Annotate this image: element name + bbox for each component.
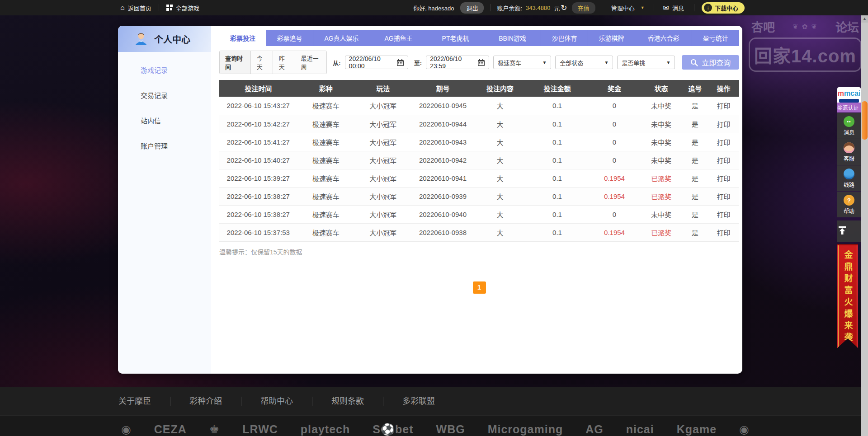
query-button[interactable]: 立即查询 bbox=[682, 55, 739, 70]
table-cell: 20220610-0945 bbox=[412, 97, 474, 115]
table-cell: 大小冠军 bbox=[354, 223, 412, 241]
table-cell: 0.1 bbox=[526, 97, 589, 115]
table-cell: 20220610-0944 bbox=[412, 115, 474, 133]
mcai-logo: mmcaimcai bbox=[837, 89, 861, 98]
chat-icon: •• bbox=[844, 116, 854, 127]
back-home-link[interactable]: ⌂ 返回首页 bbox=[113, 0, 159, 15]
tool-线路[interactable]: 线路 bbox=[837, 165, 861, 191]
tool-消息[interactable]: ••消息 bbox=[837, 113, 861, 139]
tab-盈亏统计[interactable]: 盈亏统计 bbox=[692, 30, 739, 46]
quick-filter-yesterday[interactable]: 昨天 bbox=[273, 51, 295, 74]
toolbar-items: ••消息客服线路?帮助 bbox=[837, 113, 861, 217]
partner-logo: Microgaming bbox=[488, 423, 563, 436]
print-button[interactable]: 打印 bbox=[708, 205, 739, 223]
table-cell: 20220610-0943 bbox=[412, 133, 474, 151]
footer-link-帮助中心[interactable]: 帮助中心 bbox=[241, 397, 312, 406]
footer-link-彩种介绍[interactable]: 彩种介绍 bbox=[170, 397, 241, 406]
print-button[interactable]: 打印 bbox=[708, 97, 739, 115]
print-button[interactable]: 打印 bbox=[708, 115, 739, 133]
table-cell: 未中奖 bbox=[641, 205, 682, 223]
table-body: 2022-06-10 15:43:27极速赛车大小冠军20220610-0945… bbox=[219, 97, 739, 241]
sidebar-item[interactable]: 交易记录 bbox=[118, 89, 211, 114]
partner-logo: CEZA bbox=[154, 423, 187, 436]
table-row: 2022-06-10 15:41:27极速赛车大小冠军20220610-0943… bbox=[219, 133, 739, 151]
table-cell: 20220610-0940 bbox=[412, 205, 474, 223]
page-1-button[interactable]: 1 bbox=[473, 281, 486, 294]
table-cell: 2022-06-10 15:42:27 bbox=[219, 115, 297, 133]
scrollbar-up-arrow[interactable]: ▲ bbox=[861, 15, 868, 23]
print-button[interactable]: 打印 bbox=[708, 169, 739, 187]
print-button[interactable]: 打印 bbox=[708, 187, 739, 205]
footer-link-多彩联盟[interactable]: 多彩联盟 bbox=[383, 397, 454, 406]
logout-button[interactable]: 退出 bbox=[460, 2, 484, 14]
promo-banner[interactable]: 金鼎财富火爆来袭 bbox=[837, 244, 858, 348]
select-极速赛车[interactable]: 极速赛车▼ bbox=[493, 56, 551, 69]
tab-香港六合彩[interactable]: 香港六合彩 bbox=[635, 30, 692, 46]
table-cell: 大 bbox=[474, 151, 526, 169]
avatar bbox=[133, 31, 149, 47]
footer: 关于摩臣彩种介绍帮助中心规则条款多彩联盟 ◉CEZA♚LRWCplaytechS… bbox=[0, 387, 868, 436]
select-全部状态[interactable]: 全部状态▼ bbox=[555, 56, 613, 69]
footer-link-规则条款[interactable]: 规则条款 bbox=[312, 397, 383, 406]
tab-BBIN游戏[interactable]: BBIN游戏 bbox=[484, 30, 541, 46]
quick-filter-today[interactable]: 今天 bbox=[250, 51, 273, 74]
select-value: 极速赛车 bbox=[498, 58, 521, 67]
footer-logos: ◉CEZA♚LRWCplaytechS⚽betWBGMicrogamingAGn… bbox=[0, 415, 868, 436]
table-cell: 0 bbox=[589, 133, 641, 151]
table-cell: 0.1 bbox=[526, 151, 589, 169]
partner-logo: AG bbox=[585, 423, 604, 436]
pagination: 1 bbox=[219, 281, 739, 294]
column-header: 投注内容 bbox=[474, 80, 526, 97]
select-是否单挑[interactable]: 是否单挑▼ bbox=[617, 56, 675, 69]
award-cert-badge[interactable]: mmcaimcai bbox=[837, 87, 861, 103]
table-cell: 未中奖 bbox=[641, 151, 682, 169]
tab-AG捕鱼王[interactable]: AG捕鱼王 bbox=[370, 30, 427, 46]
table-cell: 0 bbox=[589, 115, 641, 133]
tab-乐游棋牌[interactable]: 乐游棋牌 bbox=[588, 30, 635, 46]
grid-icon bbox=[166, 5, 173, 11]
tab-彩票投注[interactable]: 彩票投注 bbox=[219, 30, 266, 46]
tool-帮助[interactable]: ?帮助 bbox=[837, 192, 861, 217]
back-to-top-button[interactable] bbox=[837, 220, 861, 242]
download-center-button[interactable]: ↓ 下载中心 bbox=[702, 2, 745, 14]
recharge-button[interactable]: 充值 bbox=[572, 2, 595, 14]
date-to-input[interactable]: 2022/06/10 23:59 bbox=[426, 56, 489, 69]
quick-filter-lastweek[interactable]: 最近一周 bbox=[295, 51, 327, 74]
side-toolbar: mmcaimcai 奖源认证 ••消息客服线路?帮助 bbox=[837, 87, 861, 242]
table-cell: 已派奖 bbox=[641, 169, 682, 187]
calendar-icon[interactable] bbox=[396, 59, 404, 66]
table-cell: 大 bbox=[474, 169, 526, 187]
tool-客服[interactable]: 客服 bbox=[837, 139, 861, 165]
tab-PT老虎机[interactable]: PT老虎机 bbox=[427, 30, 484, 46]
print-button[interactable]: 打印 bbox=[708, 223, 739, 241]
partner-logo: ♚ bbox=[209, 423, 220, 436]
print-button[interactable]: 打印 bbox=[708, 151, 739, 169]
tab-AG真人娱乐[interactable]: AG真人娱乐 bbox=[313, 30, 370, 46]
table-cell: 大小冠军 bbox=[354, 205, 412, 223]
table-cell: 大 bbox=[474, 133, 526, 151]
messages-link[interactable]: ✉ 消息 bbox=[660, 0, 687, 15]
footer-link-关于摩臣[interactable]: 关于摩臣 bbox=[118, 397, 170, 406]
table-cell: 是 bbox=[682, 205, 708, 223]
partner-logo: ◉ bbox=[739, 423, 750, 436]
all-games-link[interactable]: 全部游戏 bbox=[159, 0, 207, 15]
main-panel: 个人中心 游戏记录交易记录站内信账户管理 彩票投注彩票追号AG真人娱乐AG捕鱼王… bbox=[118, 26, 742, 374]
table-cell: 是 bbox=[682, 223, 708, 241]
table-row: 2022-06-10 15:40:27极速赛车大小冠军20220610-0942… bbox=[219, 151, 739, 169]
sidebar-item[interactable]: 游戏记录 bbox=[118, 64, 211, 89]
print-button[interactable]: 打印 bbox=[708, 133, 739, 151]
table-row: 2022-06-10 15:37:53极速赛车大小冠军20220610-0938… bbox=[219, 223, 739, 241]
table-cell: 极速赛车 bbox=[297, 97, 355, 115]
promo-banner-text: 金鼎财富火爆来袭 bbox=[843, 250, 853, 344]
date-from-input[interactable]: 2022/06/10 00:00 bbox=[345, 56, 408, 69]
sidebar-item[interactable]: 账户管理 bbox=[118, 140, 211, 165]
scrollbar-thumb[interactable] bbox=[862, 101, 868, 140]
partner-logo: ◉ bbox=[121, 423, 132, 436]
tab-彩票追号[interactable]: 彩票追号 bbox=[266, 30, 313, 46]
refresh-balance-icon[interactable]: ↻ bbox=[560, 3, 571, 13]
calendar-icon[interactable] bbox=[477, 59, 485, 66]
select-value: 全部状态 bbox=[560, 58, 583, 67]
admin-center-menu[interactable]: 管理中心 ▼ bbox=[609, 0, 647, 15]
tab-沙巴体育[interactable]: 沙巴体育 bbox=[541, 30, 588, 46]
sidebar-item[interactable]: 站内信 bbox=[118, 114, 211, 140]
